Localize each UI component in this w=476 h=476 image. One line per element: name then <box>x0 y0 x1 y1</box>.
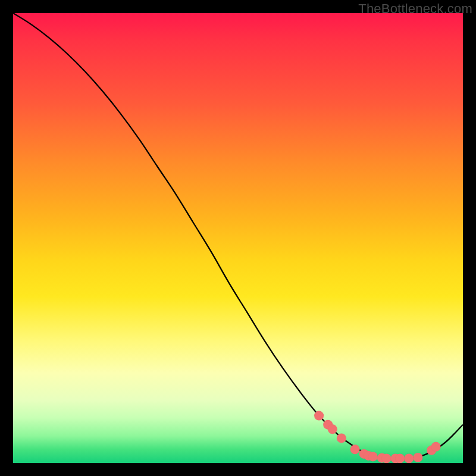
data-marker <box>314 411 324 421</box>
data-marker <box>328 424 337 434</box>
data-marker <box>337 433 346 443</box>
data-marker <box>395 453 405 463</box>
data-markers <box>314 411 441 463</box>
data-marker <box>404 453 414 463</box>
data-marker <box>350 444 360 454</box>
data-marker <box>431 442 441 452</box>
watermark-text: TheBottleneck.com <box>358 1 472 17</box>
gradient-plot-area <box>13 13 463 463</box>
data-marker <box>368 452 378 461</box>
data-marker <box>382 453 392 463</box>
bottleneck-curve <box>13 13 463 459</box>
chart-container: TheBottleneck.com <box>0 0 476 476</box>
data-marker <box>413 453 422 462</box>
plot-svg <box>13 13 463 463</box>
